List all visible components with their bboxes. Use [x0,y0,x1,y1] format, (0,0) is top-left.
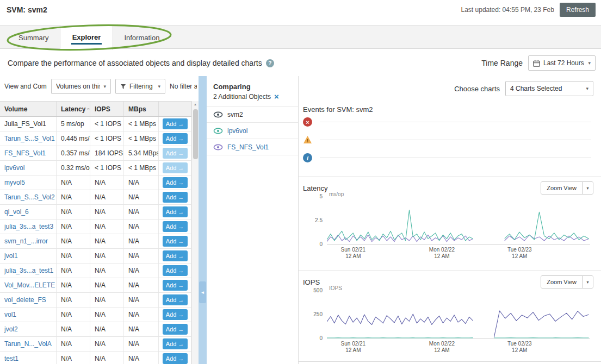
volume-name-link[interactable]: jvol2 [0,322,57,336]
zoom-view-button-group: Zoom View▾ [541,275,593,288]
latency-cell: N/A [57,278,90,292]
scrollbar-thumb[interactable] [193,109,198,159]
clear-comparing-icon[interactable]: × [274,92,279,101]
time-range-dropdown[interactable]: Last 72 Hours ▾ [528,55,596,71]
zoom-view-dropdown[interactable]: ▾ [582,276,593,288]
volume-name-link[interactable]: Tarun_N..._VolA [0,337,57,351]
latency-cell: N/A [57,249,90,263]
add-cell: Add→ [159,117,191,131]
x-axis-time: 12 AM [330,253,376,260]
view-selector-dropdown[interactable]: Volumes on this ▾ [51,79,111,94]
mbps-cell: N/A [124,205,159,219]
warning-icon[interactable]: ! [303,135,312,145]
mbps-cell: N/A [124,322,159,336]
volume-name-link[interactable]: Tarun_S...S_Vol2 [0,190,57,204]
add-button[interactable]: Add→ [163,206,188,217]
tab-summary[interactable]: Summary [8,26,60,49]
help-icon[interactable]: ? [266,59,274,67]
iops-cell: N/A [90,322,124,336]
add-button[interactable]: Add→ [163,236,188,247]
table-scrollbar[interactable]: ▲ [191,101,199,364]
volume-name-link[interactable]: Julia_FS_Vol1 [0,117,57,131]
add-button[interactable]: Add→ [163,118,188,129]
column-header-volume[interactable]: Volume [0,102,57,116]
add-arrow-icon: → [178,209,184,215]
add-button[interactable]: Add→ [163,177,188,188]
sort-descending-icon[interactable] [88,106,90,112]
chevron-down-icon: ▾ [158,84,160,89]
add-button[interactable]: Add→ [163,294,188,305]
zoom-view-button[interactable]: Zoom View [541,276,582,288]
volume-name-link[interactable]: Tarun_S...S_Vol1 [0,131,57,146]
table-row: ipv6vol0.32 ms/op< 1 IOPS< 1 MBpsAdd→ [0,161,191,175]
table-row: qi_vol_6N/AN/AN/AAdd→ [0,205,191,219]
volume-name-link[interactable]: vol_delete_FS [0,293,57,307]
volume-name-link[interactable]: qi_vol_6 [0,205,57,219]
column-header-latency[interactable]: Latency [57,102,90,116]
iops-cell: N/A [90,307,124,322]
tab-information[interactable]: Information [113,26,170,49]
zoom-view-dropdown[interactable]: ▾ [582,182,593,194]
add-arrow-icon: → [178,253,184,259]
tab-explorer[interactable]: Explorer [60,26,114,50]
comparing-item[interactable]: ipv6vol [207,123,298,139]
column-header-mbps[interactable]: MBps [124,102,159,116]
add-button[interactable]: Add→ [163,338,188,349]
volume-name-link[interactable]: vol1 [0,307,57,322]
add-button[interactable]: Add→ [163,265,188,276]
tab-label: Explorer [71,31,102,45]
volume-name-link[interactable]: jvol1 [0,249,57,263]
refresh-button[interactable]: Refresh [560,3,596,17]
x-axis-date: Tue 02/23 [497,247,542,253]
mbps-cell: N/A [124,307,159,322]
scrollbar-up-arrow-icon[interactable]: ▲ [192,101,199,108]
eye-icon[interactable] [213,144,223,150]
add-button[interactable]: Add→ [163,192,188,203]
collapse-panel-handle[interactable]: ◄ [199,281,206,303]
volume-name-link[interactable]: svm_n1_...irror [0,234,57,248]
iops-cell: N/A [90,190,124,204]
add-button[interactable]: Add→ [163,280,188,291]
volume-name-link[interactable]: julia_3s...a_test1 [0,263,57,278]
zoom-view-button[interactable]: Zoom View [541,182,582,194]
add-arrow-icon: → [178,179,184,186]
add-button[interactable]: Add→ [163,309,188,320]
add-button[interactable]: Add→ [163,221,188,232]
chevron-down-icon: ▾ [588,60,591,66]
mbps-cell: N/A [124,219,159,234]
panel-collapse-strip: ◄ [199,76,207,364]
filtering-dropdown[interactable]: Filtering ▾ [115,79,165,94]
error-icon[interactable]: × [303,117,312,127]
add-button[interactable]: Add→ [163,353,188,364]
eye-icon[interactable] [213,128,223,134]
add-button[interactable]: Add→ [163,250,188,261]
add-button[interactable]: Add→ [163,324,188,335]
x-axis-time: 12 AM [330,347,376,354]
event-row-warning: ! [303,135,591,145]
choose-charts-dropdown[interactable]: 4 Charts Selected ▾ [505,81,593,96]
add-cell: Add→ [159,161,191,175]
mbps-cell: < 1 MBps [124,161,159,175]
comparing-item-name[interactable]: FS_NFS_Vol1 [227,143,269,151]
volume-name-link[interactable]: myvol5 [0,175,57,190]
table-row: Vol_Mov...ELETEN/AN/AN/AAdd→ [0,278,191,293]
volume-name-link[interactable]: julia_3s...a_test3 [0,219,57,234]
warning-icon[interactable]: ! [303,135,312,144]
column-header-iops[interactable]: IOPS [90,102,124,116]
add-button[interactable]: Add→ [163,133,188,144]
comparing-item[interactable]: FS_NFS_Vol1 [207,139,298,155]
add-arrow-icon: → [178,355,184,362]
volume-name-link[interactable]: FS_NFS_Vol1 [0,146,57,160]
info-icon[interactable]: i [303,153,312,162]
comparing-item-name[interactable]: ipv6vol [227,127,247,135]
comparing-item[interactable]: svm2 [207,106,298,123]
volume-name-link[interactable]: test1 [0,352,57,364]
volume-name-link[interactable]: Vol_Mov...ELETE [0,278,57,292]
add-arrow-icon: → [178,326,184,332]
column-header-label: IOPS [95,105,110,113]
eye-icon[interactable] [213,111,223,118]
table-row: Tarun_S...S_Vol2N/AN/AN/AAdd→ [0,190,191,205]
add-cell: Add→ [159,249,191,263]
volume-name-link[interactable]: ipv6vol [0,161,57,175]
add-arrow-icon: → [178,223,184,230]
